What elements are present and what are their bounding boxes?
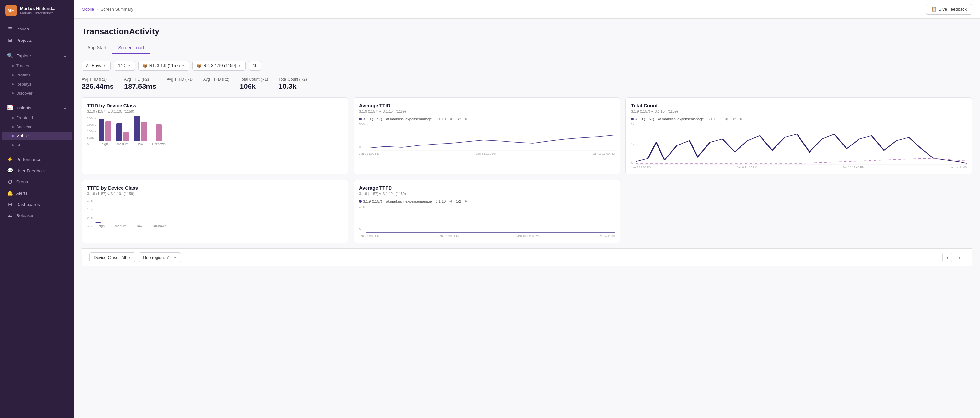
page-title: TransactionActivity xyxy=(82,27,972,37)
sidebar-item-performance[interactable]: ⚡ Performance xyxy=(2,154,72,165)
ttfd-legend-r3: 3.1.10 xyxy=(436,199,446,203)
chart-ttfd-prev[interactable]: ◀ xyxy=(450,199,452,203)
tab-screen-load[interactable]: Screen Load xyxy=(112,42,150,54)
sidebar-item-issues[interactable]: ☰ Issues xyxy=(2,23,72,34)
sidebar-item-projects-label: Projects xyxy=(16,38,32,43)
sidebar-sub-item-backend[interactable]: Backend xyxy=(2,122,72,131)
next-page-button[interactable]: › xyxy=(955,253,964,262)
bar-ttid-low-r1 xyxy=(134,116,140,141)
chart-avg-ttfd-legend: 3.1.9 (1157) at.markushi.expensemanage 3… xyxy=(359,199,615,203)
projects-icon: ⊞ xyxy=(7,37,13,43)
sidebar-sub-item-frontend[interactable]: Frontend xyxy=(2,113,72,122)
tab-app-start[interactable]: App Start xyxy=(82,42,112,54)
metric-avg-ttid-r1: Avg TTID (R1) 226.44ms xyxy=(82,77,114,91)
user-sub: Markus Hintersteiner xyxy=(20,11,56,15)
sidebar-item-releases-label: Releases xyxy=(16,213,34,218)
sidebar-item-projects[interactable]: ⊞ Projects xyxy=(2,35,72,46)
chart-ttid-prev[interactable]: ◀ xyxy=(450,117,452,121)
chart-avg-ttid: Average TTID 3.1.9 (1157) v. 3.1.10...(1… xyxy=(353,97,620,174)
bar-ttid-high-r1 xyxy=(99,119,104,141)
chart-ttfd-page: 1/2 xyxy=(456,199,461,203)
sidebar-item-explore[interactable]: 🔍 Explore ▲ xyxy=(2,50,72,61)
r2-filter-button[interactable]: 📦 R2: 3.1.10 (1159) ▼ xyxy=(192,60,246,71)
sidebar-sub-profiles-label: Profiles xyxy=(16,73,30,78)
sidebar-item-dashboards-label: Dashboards xyxy=(16,202,40,207)
geo-chevron: ▼ xyxy=(173,256,177,259)
device-class-filter[interactable]: Device Class: All ▼ xyxy=(89,253,135,262)
main-content: Mobile › Screen Summary 📋 Give Feedback … xyxy=(74,0,980,418)
bar-ttid-high-r2 xyxy=(105,121,111,141)
metric-avg-ttid-r2-label: Avg TTID (R2) xyxy=(124,77,156,82)
time-filter-label: 14D xyxy=(118,63,126,68)
chart-ttid-next[interactable]: ▶ xyxy=(465,117,467,121)
ttfd-legend-r2: at.markushi.expensemanage xyxy=(386,199,432,203)
sidebar-item-alerts[interactable]: 🔔 Alerts xyxy=(2,188,72,199)
sidebar-item-user-feedback[interactable]: 💬 User Feedback xyxy=(2,165,72,176)
sidebar-sub-replays-label: Replays xyxy=(16,82,32,86)
feedback-icon: 📋 xyxy=(931,7,937,12)
chart-total-prev[interactable]: ◀ xyxy=(725,117,727,121)
sidebar-item-user-feedback-label: User Feedback xyxy=(16,168,46,173)
breadcrumb-root[interactable]: Mobile xyxy=(82,7,94,12)
sidebar-sub-item-ai[interactable]: AI xyxy=(2,141,72,149)
sidebar-sub-item-mobile[interactable]: Mobile xyxy=(2,132,72,140)
swap-filter-button[interactable]: ⇅ xyxy=(249,60,261,71)
sidebar-sub-item-discover[interactable]: Discover xyxy=(2,89,72,97)
breadcrumb: Mobile › Screen Summary xyxy=(82,7,133,12)
sidebar-item-performance-label: Performance xyxy=(16,157,41,162)
dashboards-icon: ⊞ xyxy=(7,202,13,207)
r2-chevron-icon: ▼ xyxy=(238,64,242,67)
crons-icon: ⏱ xyxy=(7,179,13,185)
chart-total-count: Total Count 3.1.9 (1157) v. 3.1.10...(11… xyxy=(625,97,972,174)
chart-total-next[interactable]: ▶ xyxy=(740,117,743,121)
alerts-icon: 🔔 xyxy=(7,190,13,196)
chart-avg-ttfd: Average TTFD 3.1.9 (1157) v. 3.1.10...(1… xyxy=(353,180,620,243)
sidebar-item-insights-label: Insights xyxy=(16,105,32,110)
performance-icon: ⚡ xyxy=(7,156,13,162)
sidebar-item-dashboards[interactable]: ⊞ Dashboards xyxy=(2,199,72,210)
r1-filter-button[interactable]: 📦 R1: 3.1.9 (1157) ▼ xyxy=(138,60,189,71)
chart-avg-ttid-area xyxy=(369,126,615,151)
metrics-row: Avg TTID (R1) 226.44ms Avg TTID (R2) 187… xyxy=(82,77,972,91)
sidebar-item-insights[interactable]: 📈 Insights ▲ xyxy=(2,102,72,113)
metric-avg-ttfd-r2: Avg TTFD (R2) -- xyxy=(203,77,229,91)
sidebar-sub-item-profiles[interactable]: Profiles xyxy=(2,71,72,79)
prev-page-button[interactable]: ‹ xyxy=(942,253,952,262)
time-filter-button[interactable]: 14D ▼ xyxy=(114,60,135,71)
chart-total-page: 1/2 xyxy=(731,117,736,121)
charts-bottom-row: TTFD by Device Class 3.1.9 (1157) v. 3.1… xyxy=(82,180,972,243)
sidebar-sub-item-traces[interactable]: Traces xyxy=(2,62,72,70)
profiles-dot xyxy=(12,74,14,76)
chart-placeholder xyxy=(625,180,972,243)
releases-icon: 🏷 xyxy=(7,213,13,218)
give-feedback-button[interactable]: 📋 Give Feedback xyxy=(926,4,972,14)
frontend-dot xyxy=(12,117,14,119)
env-chevron-icon: ▼ xyxy=(103,64,106,67)
discover-dot xyxy=(12,92,14,94)
backend-dot xyxy=(12,126,14,128)
chart-avg-ttfd-x-labels: Jan 2 11:00 PMJan 6 11:00 PMJan 10 11:00… xyxy=(359,234,615,237)
ttfd-legend-r1: 3.1.9 (1157) xyxy=(363,199,382,203)
swap-icon: ⇅ xyxy=(253,63,257,68)
total-count-legend-r2: at.markushi.expensemanage xyxy=(658,117,703,121)
page-content: TransactionActivity App Start Screen Loa… xyxy=(74,19,980,418)
metric-avg-ttfd-r1: Avg TTFD (R1) -- xyxy=(167,77,193,91)
sidebar-item-issues-label: Issues xyxy=(16,27,29,32)
bottom-navigation: ‹ › xyxy=(942,253,964,262)
chart-avg-ttfd-subtitle: 3.1.9 (1157) v. 3.1.10...(1159) xyxy=(359,192,615,196)
sidebar-sub-ai-label: AI xyxy=(16,143,20,148)
sidebar-sub-item-replays[interactable]: Replays xyxy=(2,80,72,89)
breadcrumb-separator: › xyxy=(97,7,98,12)
sidebar-item-releases[interactable]: 🏷 Releases xyxy=(2,210,72,221)
chart-avg-ttid-legend: 3.1.9 (1157) at.markushi.expensemanage 3… xyxy=(359,117,615,121)
chart-ttfd-next[interactable]: ▶ xyxy=(465,199,467,203)
metric-total-count-r1-value: 106k xyxy=(240,82,268,91)
sidebar-item-crons[interactable]: ⏱ Crons xyxy=(2,176,72,187)
geo-region-filter[interactable]: Geo region: All ▼ xyxy=(139,253,181,262)
env-filter-button[interactable]: All Envs ▼ xyxy=(82,60,110,71)
legend-r2-label: at.markushi.expensemanage xyxy=(386,117,432,121)
chart-total-count-subtitle: 3.1.9 (1157) v. 3.1.10...(1159) xyxy=(631,110,967,113)
time-chevron-icon: ▼ xyxy=(128,64,131,67)
bar-ttid-medium-r2 xyxy=(123,132,129,141)
total-count-legend-r3: 3.1.10 (: xyxy=(708,117,721,121)
